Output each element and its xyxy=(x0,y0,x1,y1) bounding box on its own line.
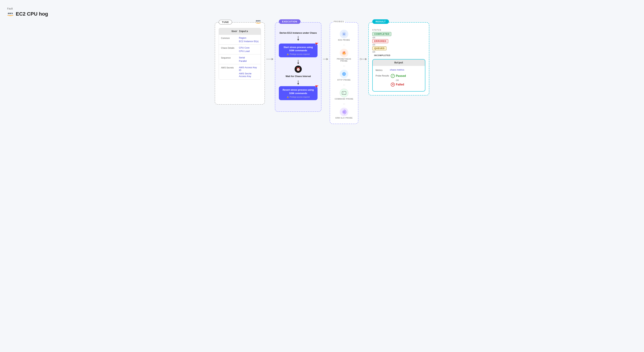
input-row-common: Common Region EC2 Instance ID(s) xyxy=(219,34,261,44)
exec-down-arrow-1 xyxy=(298,36,298,40)
result-label: RESULT xyxy=(372,19,389,24)
input-values-chaos: CPU Core CPU Load xyxy=(239,46,250,52)
input-label-aws-secrets: AWS Secrets xyxy=(221,66,237,69)
exec-card-corner-1: 🚩 xyxy=(315,42,318,46)
metrics-label: Metrics xyxy=(376,68,388,72)
probe-http: HTTP PROBE xyxy=(333,68,355,82)
k8s-probe-icon: ⎈ xyxy=(340,30,348,38)
status-errored-badge: ERRORED xyxy=(372,39,425,43)
arrow-head-2 xyxy=(326,58,328,60)
or-text-2: OR xyxy=(372,44,425,46)
exec-card1-badge: 🔒 Privilege access required xyxy=(282,53,315,55)
failed-label: Failed xyxy=(396,83,404,86)
result-failed: ✕ Failed xyxy=(391,82,406,86)
svg-text:>_: >_ xyxy=(343,92,345,94)
execution-step1-text: Derive EC2 instance under Chaos xyxy=(280,32,317,34)
exec-card-corner-2: 🚩 xyxy=(315,85,318,88)
input-value-parallel: Parallel xyxy=(239,60,246,62)
status-completed-badge: COMPLETED xyxy=(372,32,425,36)
http-probe-icon xyxy=(340,70,348,78)
aws-smile-icon xyxy=(7,14,14,16)
probes-to-result-arrow xyxy=(358,58,368,60)
diagram: TUNE aws User Inputs Common Region EC2 I… xyxy=(7,22,637,124)
probe-results-label: Probe Results xyxy=(376,74,389,78)
status-incompleted-badge: INCOMPLETED xyxy=(372,54,425,57)
probe-or-1: — xyxy=(343,44,345,46)
fault-title: aws EC2 CPU hog xyxy=(7,11,637,17)
input-values-aws-secrets: AWS Access Key ID AWS Secrte Access Key xyxy=(239,66,258,78)
probe-k8s: ⎈ K8S PROBE xyxy=(333,29,355,42)
user-inputs-header: User Inputs xyxy=(219,28,261,34)
arrow-head xyxy=(272,58,274,60)
input-value-cpu-load: CPU Load xyxy=(239,50,250,52)
arrow-line-2 xyxy=(323,59,326,59)
prometheus-probe-icon: 🔥 xyxy=(340,49,348,57)
svg-text:⎈: ⎈ xyxy=(343,32,345,36)
arrow-line xyxy=(266,59,272,59)
prometheus-probe-label: PROMETHEUS PROBE xyxy=(333,58,355,62)
input-value-secret-key: AWS Secrte Access Key xyxy=(239,72,258,78)
probe-results-values: ✓ Passed OR ✕ Failed xyxy=(391,74,406,86)
command-svg: >_ xyxy=(342,90,346,96)
probe-srm: SRM SLO PROBE xyxy=(333,106,355,120)
svg-point-12 xyxy=(344,112,344,112)
output-row-metrics: Metrics chaos metrics xyxy=(376,68,422,72)
exec-down-arrow-2-wrap xyxy=(298,59,298,64)
result-passed: ✓ Passed xyxy=(391,74,406,78)
input-value-access-key-id: AWS Access Key ID xyxy=(239,66,258,72)
tune-section: TUNE aws User Inputs Common Region EC2 I… xyxy=(215,22,265,104)
probes-section: PROBES ⎈ K8S PROBE — 🔥 PROMETHEUS PROBE … xyxy=(330,22,358,124)
srm-probe-label: SRM SLO PROBE xyxy=(336,117,353,119)
x-icon: ✕ xyxy=(391,82,395,86)
input-value-ec2-ids: EC2 Instance ID(s) xyxy=(239,40,258,43)
probe-prometheus: 🔥 PROMETHEUS PROBE xyxy=(333,48,355,63)
status-title: STATUS xyxy=(372,29,425,31)
http-probe-label: HTTP PROBE xyxy=(338,79,351,81)
probes-label: PROBES xyxy=(333,20,345,22)
execution-section: EXECUTION Derive EC2 instance under Chao… xyxy=(275,22,322,112)
prometheus-svg: 🔥 xyxy=(342,50,346,56)
input-label-common: Common xyxy=(221,36,237,40)
input-values-sequence: Serial Parallel xyxy=(239,56,246,62)
badge-completed: COMPLETED xyxy=(372,32,391,36)
tune-label: TUNE xyxy=(219,20,232,24)
or-text-1: OR xyxy=(372,36,425,39)
probe-or-3: — xyxy=(343,84,345,86)
execution-label: EXECUTION xyxy=(279,19,300,24)
input-value-serial: Serial xyxy=(239,56,246,59)
input-row-aws-secrets: AWS Secrets AWS Access Key ID AWS Secrte… xyxy=(219,64,261,79)
probe-result-circle xyxy=(360,58,362,60)
input-value-cpu-core: CPU Core xyxy=(239,46,250,49)
input-label-chaos: Chaos Details xyxy=(221,46,237,49)
input-values-common: Region EC2 Instance ID(s) xyxy=(239,36,258,43)
probe-or-2: — xyxy=(343,65,345,67)
check-icon: ✓ xyxy=(391,74,395,78)
aws-logo: aws xyxy=(7,12,14,16)
lock-icon-2: 🔒 xyxy=(287,96,289,98)
output-body: Metrics chaos metrics Probe Results ✓ Pa… xyxy=(373,66,425,91)
user-inputs-table: User Inputs Common Region EC2 Instance I… xyxy=(219,28,261,80)
exec-down-arrow-2 xyxy=(298,60,298,63)
k8s-probe-label: K8S PROBE xyxy=(338,39,350,41)
exec-card2-badge-text: Privilege access required xyxy=(290,96,310,98)
badge-errored: ERRORED xyxy=(372,39,388,43)
exec-card1-title: Start stress process using SSM commands xyxy=(282,46,315,52)
probe-command: >_ COMMAND PROBE xyxy=(333,88,355,101)
exec-card-revert: 🚩 Revert stress process using SSM comman… xyxy=(279,86,318,100)
tune-aws-smile xyxy=(256,22,261,24)
or-text-results: OR xyxy=(396,79,406,81)
k8s-svg: ⎈ xyxy=(342,32,346,36)
input-row-sequence: Sequence Serial Parallel xyxy=(219,54,261,64)
arrow-head-3 xyxy=(365,58,367,60)
or-text-3: OR xyxy=(372,51,425,53)
status-queued-badge: QUEUED xyxy=(372,46,425,50)
execution-to-probes-arrow xyxy=(322,58,330,60)
srm-svg xyxy=(342,110,346,114)
input-label-sequence: Sequence xyxy=(221,56,237,59)
svg-text:🔥: 🔥 xyxy=(342,51,346,55)
page-header: Fault aws EC2 CPU hog xyxy=(7,7,637,17)
fault-label: Fault xyxy=(7,7,637,10)
srm-probe-icon xyxy=(340,108,348,116)
http-svg xyxy=(342,72,346,76)
exec-down-arrow-2-head xyxy=(297,63,299,64)
